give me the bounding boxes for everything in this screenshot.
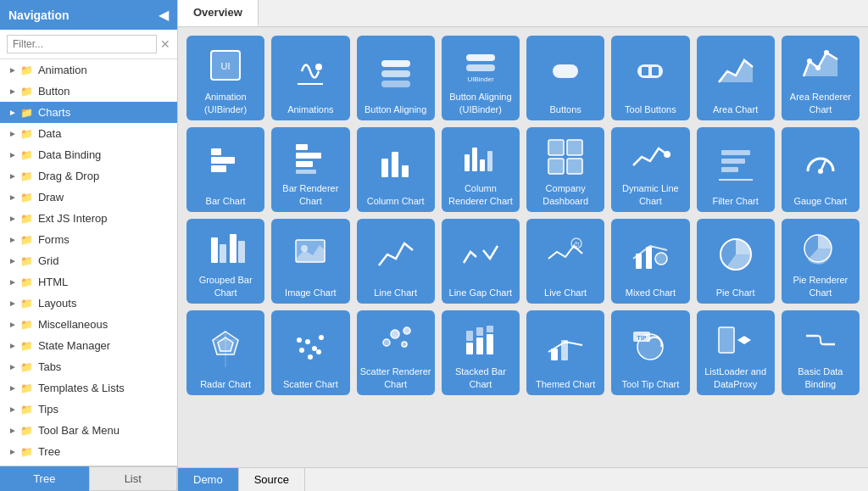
chart-item-scatter-chart[interactable]: Scatter Chart [271, 310, 349, 395]
chart-item-bar-renderer-chart[interactable]: Bar Renderer Chart [271, 127, 349, 212]
chart-item-bar-chart[interactable]: Bar Chart [186, 127, 264, 212]
chart-item-gauge-chart[interactable]: Gauge Chart [782, 127, 860, 212]
sidebar-filter-input[interactable] [7, 35, 157, 53]
chart-item-animation-uibinder[interactable]: UI Animation (UIBinder) [186, 36, 264, 120]
chart-item-button-aligning[interactable]: Button Aligning [357, 36, 435, 120]
chart-label: Filter Chart [712, 195, 758, 207]
svg-rect-6 [381, 81, 410, 87]
chart-item-listloader-dataproxy[interactable]: ListLoader and DataProxy [697, 310, 775, 395]
chart-item-radar-chart[interactable]: Radar Chart [186, 310, 264, 395]
arrow-icon: ► [8, 192, 17, 202]
sidebar-filter-clear-icon[interactable]: ✕ [160, 37, 170, 51]
chart-item-basic-data-binding[interactable]: Basic Data Binding [782, 310, 860, 395]
chart-item-area-renderer-chart[interactable]: Area Renderer Chart [782, 36, 860, 120]
sidebar-item-button[interactable]: ►📁Button [0, 81, 177, 102]
folder-icon: 📁 [20, 234, 33, 246]
chart-item-line-gap-chart[interactable]: Line Gap Chart [442, 219, 520, 304]
sidebar-item-grid[interactable]: ►📁Grid [0, 250, 177, 271]
chart-item-grouped-bar-chart[interactable]: Grouped Bar Chart [186, 219, 264, 304]
sidebar-item-tabs[interactable]: ►📁Tabs [0, 356, 177, 377]
chart-item-live-chart[interactable]: ⏱ Live Chart [526, 219, 604, 304]
sidebar-header: Navigation ◀ [0, 0, 177, 30]
sidebar-item-draw[interactable]: ►📁Draw [0, 187, 177, 208]
chart-label: Animation (UIBinder) [190, 91, 261, 115]
chart-item-tooltip-chart[interactable]: TIP Tool Tip Chart [611, 310, 689, 395]
chart-item-themed-chart[interactable]: Themed Chart [526, 310, 604, 395]
sidebar-item-data[interactable]: ►📁Data [0, 123, 177, 144]
live-chart-icon: ⏱ [530, 226, 601, 283]
sidebar-item-tool-bar--menu[interactable]: ►📁Tool Bar & Menu [0, 420, 177, 441]
svg-point-17 [815, 65, 821, 70]
svg-point-16 [807, 59, 812, 64]
chart-label: Mixed Chart [626, 287, 676, 299]
svg-rect-28 [402, 165, 409, 177]
chart-item-stacked-bar-chart[interactable]: Stacked Bar Chart [442, 310, 520, 395]
svg-point-64 [297, 338, 302, 343]
arrow-icon: ► [8, 214, 17, 223]
chart-label: Animations [287, 103, 333, 115]
chart-label: Pie Renderer Chart [785, 274, 856, 299]
sidebar-item-data-binding[interactable]: ►📁Data Binding [0, 144, 177, 165]
sidebar-tab-list[interactable]: List [89, 466, 178, 491]
chart-item-pie-renderer-chart[interactable]: Pie Renderer Chart [782, 219, 860, 304]
tool-buttons-icon [615, 42, 686, 100]
chart-item-buttons[interactable]: Buttons [526, 36, 604, 120]
svg-rect-35 [548, 159, 564, 174]
content-footer-tab-source[interactable]: Source [239, 468, 305, 491]
chart-item-tool-buttons[interactable]: Tool Buttons [611, 36, 689, 120]
sidebar-item-state-manager[interactable]: ►📁State Manager [0, 335, 177, 356]
chart-item-filter-chart[interactable]: Filter Chart [697, 127, 775, 212]
chart-label: Bar Chart [206, 195, 246, 207]
chart-label: Bar Renderer Chart [275, 182, 346, 207]
chart-item-area-chart[interactable]: Area Chart [697, 36, 775, 120]
chart-item-mixed-chart[interactable]: Mixed Chart [611, 219, 689, 304]
chart-item-company-dashboard[interactable]: Company Dashboard [526, 127, 604, 212]
chart-item-dynamic-line-chart[interactable]: Dynamic Line Chart [611, 127, 689, 212]
sidebar-item-miscellaneous[interactable]: ►📁Miscellaneous [0, 314, 177, 335]
sidebar-item-label: Tool Bar & Menu [38, 424, 120, 437]
chart-label: Company Dashboard [530, 182, 601, 207]
folder-icon: 📁 [20, 446, 33, 458]
chart-label: Live Chart [544, 287, 587, 299]
sidebar-item-tips[interactable]: ►📁Tips [0, 399, 177, 420]
image-chart-icon [275, 226, 346, 283]
sidebar-item-templates--lists[interactable]: ►📁Templates & Lists [0, 377, 177, 399]
svg-point-63 [312, 346, 317, 351]
sidebar-item-charts[interactable]: ►📁Charts [0, 102, 177, 123]
sidebar-item-label: Charts [38, 106, 70, 119]
sidebar-item-html[interactable]: ►📁HTML [0, 271, 177, 293]
chart-item-button-aligning-uibinder[interactable]: UIBinder Button Aligning (UIBinder) [442, 36, 520, 120]
chart-item-line-chart[interactable]: Line Chart [357, 219, 435, 304]
chart-label: ListLoader and DataProxy [700, 365, 771, 390]
arrow-icon: ► [8, 150, 17, 159]
svg-rect-27 [392, 152, 398, 177]
chart-item-column-renderer-chart[interactable]: Column Renderer Chart [442, 127, 520, 212]
chart-label: Scatter Renderer Chart [360, 365, 431, 390]
sidebar-item-layouts[interactable]: ►📁Layouts [0, 293, 177, 314]
chart-item-scatter-renderer-chart[interactable]: Scatter Renderer Chart [357, 310, 435, 395]
chart-item-image-chart[interactable]: Image Chart [271, 219, 349, 304]
chart-item-pie-chart[interactable]: Pie Chart [697, 219, 775, 304]
chart-item-animations[interactable]: Animations [271, 36, 349, 120]
svg-rect-46 [230, 234, 236, 263]
sidebar-collapse-button[interactable]: ◀ [159, 7, 169, 23]
chart-label: Basic Data Binding [785, 365, 856, 390]
chart-item-column-chart[interactable]: Column Chart [357, 127, 435, 212]
sidebar-item-ext-js-interop[interactable]: ►📁Ext JS Interop [0, 208, 177, 229]
svg-point-18 [824, 50, 829, 55]
sidebar-tab-tree[interactable]: Tree [0, 466, 89, 491]
sidebar-item-tree[interactable]: ►📁Tree [0, 441, 177, 462]
chart-label: Line Gap Chart [449, 287, 513, 299]
content-tab-overview[interactable]: Overview [178, 0, 259, 26]
svg-text:UI: UI [221, 61, 231, 71]
svg-rect-36 [567, 159, 582, 174]
svg-point-67 [308, 354, 313, 360]
svg-rect-40 [721, 167, 738, 172]
chart-label: Column Renderer Chart [445, 182, 516, 207]
arrow-icon: ► [8, 65, 17, 75]
sidebar-item-drag--drop[interactable]: ►📁Drag & Drop [0, 165, 177, 187]
content-footer-tab-demo[interactable]: Demo [178, 468, 239, 491]
sidebar-item-forms[interactable]: ►📁Forms [0, 229, 177, 250]
animation-uibinder-icon: UI [190, 42, 261, 87]
sidebar-item-animation[interactable]: ►📁Animation [0, 59, 177, 81]
